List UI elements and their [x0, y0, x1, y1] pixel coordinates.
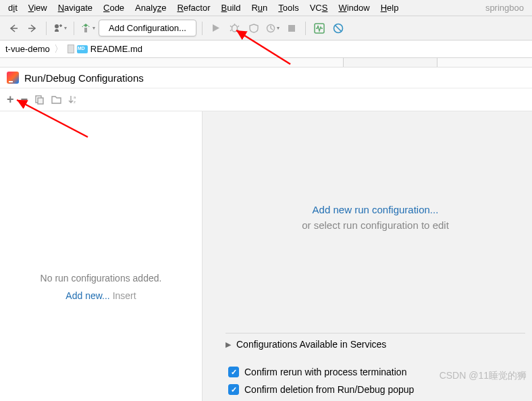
coverage-button[interactable]: [246, 20, 262, 36]
svg-point-0: [55, 24, 59, 28]
menu-navigate[interactable]: Navigate: [54, 1, 97, 14]
tab-stub[interactable]: [343, 58, 437, 67]
no-entry-icon[interactable]: [330, 20, 346, 36]
menu-build[interactable]: Build: [217, 1, 245, 14]
confirm-deletion-row[interactable]: ✓ Confirm deletion from Run/Debug popup: [225, 381, 525, 398]
menu-view[interactable]: View: [24, 1, 51, 14]
markdown-icon: [77, 45, 88, 53]
stop-button[interactable]: [284, 20, 300, 36]
add-config-button[interactable]: +: [7, 92, 14, 107]
run-debug-dialog: Run/Debug Configurations + − az No run c…: [0, 68, 532, 401]
confirm-rerun-row[interactable]: ✓ Confirm rerun with process termination: [225, 363, 525, 381]
menu-tools[interactable]: Tools: [274, 1, 302, 14]
config-detail-panel: Add new run configuration... or select r…: [203, 111, 532, 401]
activity-monitor-icon[interactable]: [311, 20, 327, 36]
file-icon: [68, 45, 74, 53]
debug-button[interactable]: [227, 20, 243, 36]
svg-point-2: [232, 25, 238, 32]
services-section-header[interactable]: ▶ Configurations Available in Services: [225, 333, 525, 355]
remove-config-button[interactable]: −: [21, 92, 28, 107]
menu-run[interactable]: Run: [247, 1, 271, 14]
breadcrumb: t-vue-demo 〉 README.md: [0, 41, 532, 58]
intellij-icon: [7, 72, 19, 84]
project-name-label: springboo: [481, 1, 528, 14]
checkbox-checked-icon[interactable]: ✓: [228, 367, 239, 377]
main-toolbar: Add Configuration...: [0, 16, 532, 41]
menu-analyze[interactable]: Analyze: [131, 1, 170, 14]
add-new-link[interactable]: Add new...: [65, 290, 109, 301]
insert-hint: Insert: [113, 290, 136, 301]
select-config-hint: or select run configuration to edit: [302, 219, 449, 231]
breadcrumb-file[interactable]: README.md: [68, 44, 142, 54]
sort-config-button[interactable]: az: [68, 95, 78, 105]
add-new-run-config-link[interactable]: Add new run configuration...: [313, 204, 439, 215]
menu-window[interactable]: Window: [334, 1, 373, 14]
svg-rect-1: [84, 28, 87, 32]
config-list-panel: No run configurations added. Add new... …: [0, 111, 203, 401]
run-button[interactable]: [208, 20, 224, 36]
nav-forward-button[interactable]: [24, 20, 41, 36]
breadcrumb-project[interactable]: t-vue-demo: [5, 44, 50, 54]
checkbox-checked-icon[interactable]: ✓: [228, 384, 239, 395]
menubar: dit View Navigate Code Analyze Refactor …: [0, 0, 532, 16]
dialog-title-bar: Run/Debug Configurations: [0, 68, 532, 88]
save-config-button[interactable]: [51, 95, 61, 105]
dialog-toolbar: + − az: [0, 88, 532, 111]
copy-config-button[interactable]: [34, 95, 45, 105]
profile-button[interactable]: [265, 20, 281, 36]
vcs-dropdown[interactable]: [52, 20, 68, 36]
add-configuration-button[interactable]: Add Configuration...: [99, 20, 196, 36]
svg-text:a: a: [74, 95, 76, 99]
svg-text:z: z: [74, 100, 76, 104]
menu-code[interactable]: Code: [99, 1, 128, 14]
svg-rect-9: [38, 98, 43, 104]
build-button[interactable]: [80, 20, 96, 36]
svg-line-7: [335, 25, 341, 31]
breadcrumb-separator: 〉: [54, 43, 63, 55]
editor-tab-strip: [0, 58, 532, 68]
dialog-title: Run/Debug Configurations: [24, 72, 144, 84]
menu-edit[interactable]: dit: [4, 1, 22, 14]
menu-help[interactable]: Help: [377, 1, 403, 14]
expand-icon: ▶: [225, 340, 231, 349]
menu-refactor[interactable]: Refactor: [173, 1, 214, 14]
svg-rect-4: [288, 25, 295, 32]
empty-config-message: No run configurations added.: [41, 273, 162, 284]
menu-vcs[interactable]: VCS: [306, 1, 332, 14]
nav-back-button[interactable]: [5, 20, 22, 36]
